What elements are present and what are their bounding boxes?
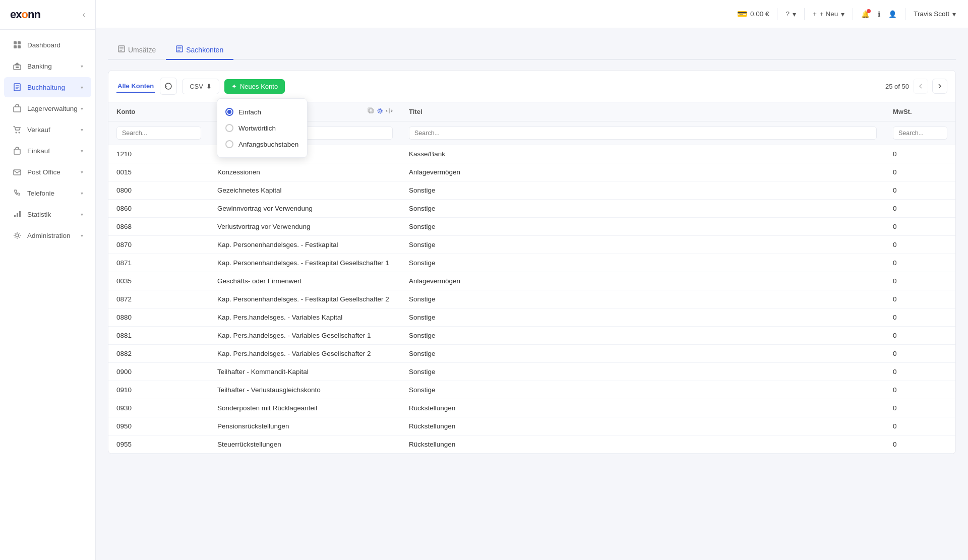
new-button[interactable]: + + Neu ▾ bbox=[813, 10, 844, 18]
sidebar-item-buchhaltung[interactable]: Buchhaltung ▾ bbox=[4, 77, 91, 97]
table-row[interactable]: 0035 Geschäfts- oder Firmenwert Anlageve… bbox=[108, 272, 955, 290]
notifications-button[interactable]: 🔔 bbox=[861, 10, 870, 18]
cell-konto: 0870 bbox=[108, 236, 209, 254]
table-row[interactable]: 0800 Gezeichnetes Kapital Sonstige 0 bbox=[108, 181, 955, 200]
table-row[interactable]: 0950 Pensionsrückstellungen Rückstellung… bbox=[108, 417, 955, 435]
main-content: 💳 0.00 € ? ▾ + + Neu ▾ 🔔 ℹ 👤 Travis Scot… bbox=[96, 0, 968, 560]
cell-titel2: Kasse/Bank bbox=[401, 145, 885, 163]
sidebar-item-lagerverwaltung[interactable]: Lagerverwaltung ▾ bbox=[4, 98, 91, 118]
cell-mwst: 0 bbox=[885, 200, 955, 218]
sidebar-item-label: Banking bbox=[27, 63, 81, 70]
refresh-button[interactable] bbox=[160, 78, 177, 95]
cell-titel2: Sonstige bbox=[401, 381, 885, 399]
table-row[interactable]: 0871 Kap. Personenhandelsges. - Festkapi… bbox=[108, 254, 955, 272]
sidebar-item-dashboard[interactable]: Dashboard bbox=[4, 35, 91, 55]
cell-titel2: Rückstellungen bbox=[401, 417, 885, 435]
table-row[interactable]: 0015 Konzessionen Anlagevermögen 0 bbox=[108, 163, 955, 181]
table-row[interactable]: 0880 Kap. Pers.handelsges. - Variables K… bbox=[108, 308, 955, 327]
svg-rect-27 bbox=[369, 109, 373, 113]
prev-page-button[interactable] bbox=[913, 79, 928, 94]
svg-point-11 bbox=[16, 132, 17, 134]
post-office-icon bbox=[12, 167, 22, 177]
sidebar-nav: Dashboard Banking ▾ Buchhaltung ▾ Lagerv… bbox=[0, 30, 95, 560]
sidebar-collapse-button[interactable]: ‹ bbox=[83, 10, 85, 19]
svg-point-18 bbox=[16, 234, 19, 237]
search-mode-einfach[interactable]: Einfach bbox=[217, 104, 307, 120]
sidebar-item-statistik[interactable]: Statistik ▾ bbox=[4, 204, 91, 224]
cell-titel2: Sonstige bbox=[401, 290, 885, 308]
cell-konto: 0910 bbox=[108, 381, 209, 399]
table-row[interactable]: 0955 Steuerrückstellungen Rückstellungen… bbox=[108, 435, 955, 454]
dashboard-icon bbox=[12, 40, 22, 50]
sidebar-item-banking[interactable]: Banking ▾ bbox=[4, 56, 91, 76]
sidebar-item-einkauf[interactable]: Einkauf ▾ bbox=[4, 141, 91, 161]
cell-mwst: 0 bbox=[885, 181, 955, 200]
cell-titel2: Rückstellungen bbox=[401, 435, 885, 454]
sidebar-item-label: Post Office bbox=[27, 168, 81, 176]
info-icon: ℹ bbox=[878, 10, 880, 18]
search-input-konto[interactable] bbox=[116, 127, 201, 140]
chevron-icon: ▾ bbox=[81, 191, 83, 196]
search-input-mwst[interactable] bbox=[893, 127, 947, 140]
sidebar-item-verkauf[interactable]: Verkauf ▾ bbox=[4, 119, 91, 140]
cell-titel2: Sonstige bbox=[401, 345, 885, 363]
cell-titel1: Konzessionen bbox=[209, 163, 401, 181]
tab-sachkonten[interactable]: Sachkonten bbox=[166, 40, 233, 60]
sidebar: exonn ‹ Dashboard Banking ▾ Buchhaltung … bbox=[0, 0, 96, 560]
sidebar-item-administration[interactable]: Administration ▾ bbox=[4, 225, 91, 245]
user-chevron-icon: ▾ bbox=[952, 10, 956, 18]
sidebar-item-label: Lagerverwaltung bbox=[27, 105, 81, 112]
table-row[interactable]: 0860 Gewinnvortrag vor Verwendung Sonsti… bbox=[108, 200, 955, 218]
col-settings-icon[interactable] bbox=[377, 107, 384, 116]
cell-mwst: 0 bbox=[885, 381, 955, 399]
cell-titel2: Sonstige bbox=[401, 363, 885, 381]
user-profile[interactable]: Travis Scott ▾ bbox=[914, 10, 956, 18]
next-page-button[interactable] bbox=[932, 79, 947, 94]
cell-titel2: Sonstige bbox=[401, 200, 885, 218]
help-button[interactable]: ? ▾ bbox=[785, 10, 796, 18]
tab-label: Sachkonten bbox=[186, 46, 223, 54]
help-icon: ? bbox=[785, 10, 790, 18]
cell-titel1: Kap. Personenhandelsges. - Festkapital bbox=[209, 236, 401, 254]
table-row[interactable]: 0900 Teilhafter - Kommandit-Kapital Sons… bbox=[108, 363, 955, 381]
topbar-separator-4 bbox=[905, 8, 905, 20]
search-mode-wortwortlich[interactable]: Wortwörtlich bbox=[217, 120, 307, 136]
search-cell-konto bbox=[108, 121, 209, 145]
table-row[interactable]: 0868 Verlustvortrag vor Verwendung Sonst… bbox=[108, 218, 955, 236]
table-row[interactable]: 0930 Sonderposten mit Rücklageanteil Rüc… bbox=[108, 399, 955, 417]
sidebar-item-post-office[interactable]: Post Office ▾ bbox=[4, 162, 91, 182]
cell-mwst: 0 bbox=[885, 218, 955, 236]
new-account-plus-icon: ✦ bbox=[231, 83, 237, 90]
balance-display: 💳 0.00 € bbox=[737, 9, 769, 19]
new-account-button[interactable]: ✦ Neues Konto bbox=[224, 79, 285, 94]
col-header-titel2: Titel bbox=[401, 102, 885, 121]
cell-titel1: Gewinnvortrag vor Verwendung bbox=[209, 200, 401, 218]
chevron-icon: ▾ bbox=[81, 64, 83, 69]
cell-titel1: Geschäfts- oder Firmenwert bbox=[209, 272, 401, 290]
sidebar-item-telefonie[interactable]: Telefonie ▾ bbox=[4, 183, 91, 203]
cell-titel2: Sonstige bbox=[401, 218, 885, 236]
lagerverwaltung-icon bbox=[12, 103, 22, 113]
svg-rect-15 bbox=[14, 215, 16, 217]
table-row[interactable]: 0872 Kap. Personenhandelsges. - Festkapi… bbox=[108, 290, 955, 308]
sidebar-item-label: Buchhaltung bbox=[27, 84, 81, 91]
cell-titel2: Sonstige bbox=[401, 236, 885, 254]
table-row[interactable]: 0881 Kap. Pers.handelsges. - Variables G… bbox=[108, 327, 955, 345]
info-button[interactable]: ℹ bbox=[878, 10, 880, 18]
col-copy-icon[interactable] bbox=[368, 107, 375, 116]
cell-konto: 0868 bbox=[108, 218, 209, 236]
search-mode-anfangsbuchstaben[interactable]: Anfangsbuchstaben bbox=[217, 136, 307, 152]
table-row[interactable]: 0910 Teilhafter - Verlustausgleichskonto… bbox=[108, 381, 955, 399]
search-input-titel2[interactable] bbox=[409, 127, 877, 140]
tab-umsatze[interactable]: Umsätze bbox=[108, 40, 166, 60]
table-row[interactable]: 0882 Kap. Pers.handelsges. - Variables G… bbox=[108, 345, 955, 363]
cell-titel1: Pensionsrückstellungen bbox=[209, 417, 401, 435]
cell-mwst: 0 bbox=[885, 236, 955, 254]
cell-konto: 0035 bbox=[108, 272, 209, 290]
profile-button[interactable]: 👤 bbox=[888, 10, 897, 18]
csv-export-button[interactable]: CSV ⬇ bbox=[182, 79, 219, 94]
search-cell-mwst bbox=[885, 121, 955, 145]
cell-mwst: 0 bbox=[885, 417, 955, 435]
col-resize-icon[interactable] bbox=[386, 107, 393, 116]
table-row[interactable]: 0870 Kap. Personenhandelsges. - Festkapi… bbox=[108, 236, 955, 254]
